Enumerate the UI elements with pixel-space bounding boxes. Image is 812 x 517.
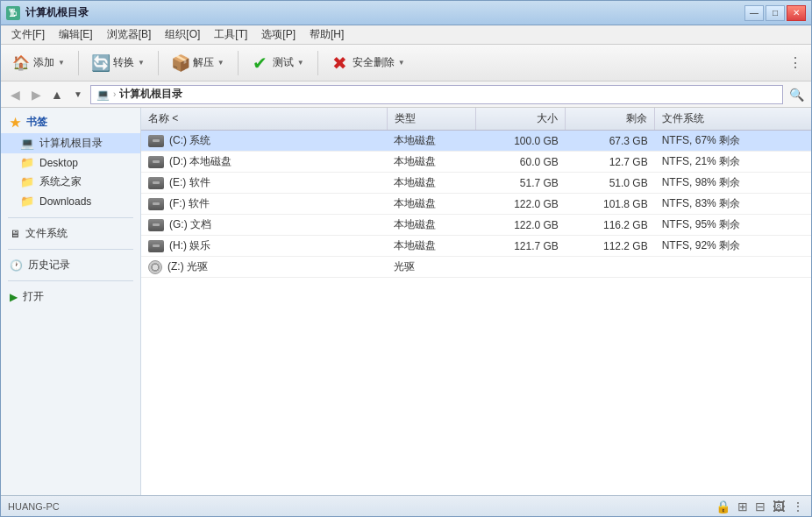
drive-size: 122.0 GB: [476, 215, 566, 236]
xitong-label: 系统之家: [39, 174, 82, 189]
toolbar-more-button[interactable]: ⋮: [783, 51, 808, 74]
sidebar-divider-3: [8, 280, 133, 281]
sidebar-history[interactable]: 🕐 历史记录: [1, 253, 140, 277]
convert-button[interactable]: 🔄 转换 ▼: [84, 48, 153, 78]
add-dropdown-arrow: ▼: [58, 59, 65, 67]
col-type[interactable]: 类型: [387, 108, 476, 131]
menu-file[interactable]: 文件[F]: [4, 25, 52, 44]
bookmarks-label: 书签: [26, 115, 47, 130]
test-icon: ✔: [252, 54, 269, 72]
forward-button[interactable]: ▶: [27, 86, 45, 103]
computer-icon: 💻: [20, 137, 34, 150]
image-icon[interactable]: 🖼: [773, 499, 785, 513]
table-row[interactable]: (G:) 文档本地磁盘122.0 GB116.2 GBNTFS, 95% 剩余: [141, 215, 811, 236]
menu-help[interactable]: 帮助[H]: [303, 25, 351, 44]
sidebar-item-desktop[interactable]: 📁 Desktop: [1, 153, 140, 172]
drive-label: (H:) 娱乐: [169, 238, 210, 253]
drive-type: 本地磁盘: [387, 194, 476, 215]
main-window: 🗜 计算机根目录 — □ ✕ 文件[F] 编辑[E] 浏览器[B] 组织[O] …: [0, 0, 812, 517]
star-icon: ★: [10, 116, 21, 130]
sidebar-divider-1: [8, 217, 133, 218]
window-title: 计算机根目录: [25, 5, 744, 20]
xitong-folder-icon: 📁: [20, 175, 34, 188]
extract-button[interactable]: 📦 解压 ▼: [164, 48, 232, 78]
toolbar-sep-3: [238, 51, 239, 75]
drive-free: [566, 257, 655, 278]
search-button[interactable]: 🔍: [787, 85, 806, 104]
drive-label: (Z:) 光驱: [167, 259, 208, 274]
menu-options[interactable]: 选项[P]: [254, 25, 303, 44]
sidebar-divider-2: [8, 249, 133, 250]
convert-label: 转换: [113, 55, 134, 70]
drive-label: (E:) 软件: [169, 175, 210, 190]
hdd-icon: [148, 219, 164, 231]
bookmarks-section: ★ 书签 💻 计算机根目录 📁 Desktop 📁 系统之家 📁 D: [1, 111, 140, 210]
drive-size: 51.7 GB: [476, 173, 566, 194]
drive-name-cell: (C:) 系统: [141, 131, 387, 152]
delete-icon: ✖: [331, 54, 349, 72]
test-button[interactable]: ✔ 测试 ▼: [244, 48, 312, 78]
col-name[interactable]: 名称 <: [141, 108, 387, 131]
breadcrumb-separator: ›: [113, 89, 116, 99]
drive-size: [476, 257, 566, 278]
dropdown-nav-button[interactable]: ▼: [69, 86, 87, 103]
hdd-icon: [148, 135, 164, 147]
table-row[interactable]: (C:) 系统本地磁盘100.0 GB67.3 GBNTFS, 67% 剩余: [141, 131, 811, 152]
drive-filesystem: NTFS, 67% 剩余: [655, 131, 811, 152]
test-dropdown-arrow: ▼: [297, 59, 304, 67]
sidebar-open[interactable]: ▶ 打开: [1, 285, 140, 308]
sidebar-item-xitong[interactable]: 📁 系统之家: [1, 172, 140, 192]
table-row[interactable]: (E:) 软件本地磁盘51.7 GB51.0 GBNTFS, 98% 剩余: [141, 173, 811, 194]
col-size[interactable]: 大小: [476, 108, 566, 131]
hdd-icon: [148, 240, 164, 252]
drive-size: 60.0 GB: [476, 152, 566, 173]
menu-browser[interactable]: 浏览器[B]: [100, 25, 159, 44]
grid-icon[interactable]: ⊞: [737, 499, 748, 513]
menu-bar: 文件[F] 编辑[E] 浏览器[B] 组织[O] 工具[T] 选项[P] 帮助[…: [1, 25, 811, 45]
computer-icon: 💻: [96, 89, 110, 101]
convert-dropdown-arrow: ▼: [138, 59, 145, 67]
table-row[interactable]: (Z:) 光驱光驱: [141, 257, 811, 278]
filesystem-icon: 🖥: [10, 228, 20, 240]
drive-free: 67.3 GB: [566, 131, 655, 152]
table-row[interactable]: (D:) 本地磁盘本地磁盘60.0 GB12.7 GBNTFS, 21% 剩余: [141, 152, 811, 173]
table-row[interactable]: (F:) 软件本地磁盘122.0 GB101.8 GBNTFS, 83% 剩余: [141, 194, 811, 215]
sidebar-item-downloads[interactable]: 📁 Downloads: [1, 192, 140, 210]
col-free[interactable]: 剩余: [566, 108, 655, 131]
open-icon: ▶: [10, 291, 18, 303]
status-text: HUANG-PC: [8, 501, 60, 512]
sidebar-item-computer[interactable]: 💻 计算机根目录: [1, 133, 140, 153]
toolbar-sep-2: [158, 51, 159, 75]
window-icon: 🗜: [6, 6, 20, 20]
test-label: 测试: [273, 55, 294, 70]
up-button[interactable]: ▲: [48, 86, 66, 103]
drive-type: 本地磁盘: [387, 173, 476, 194]
title-bar: 🗜 计算机根目录 — □ ✕: [1, 1, 811, 25]
maximize-button[interactable]: □: [766, 5, 785, 21]
bookmarks-header[interactable]: ★ 书签: [1, 111, 140, 133]
add-button[interactable]: 🏠 添加 ▼: [4, 48, 73, 78]
address-bar: ◀ ▶ ▲ ▼ 💻 › 计算机根目录 🔍: [1, 81, 811, 108]
col-fs[interactable]: 文件系统: [655, 108, 811, 131]
drive-name-cell: (Z:) 光驱: [141, 257, 387, 278]
menu-edit[interactable]: 编辑[E]: [52, 25, 100, 44]
menu-tools[interactable]: 工具[T]: [207, 25, 254, 44]
breadcrumb-computer[interactable]: 💻: [96, 89, 110, 101]
close-button[interactable]: ✕: [787, 5, 806, 21]
back-button[interactable]: ◀: [6, 86, 24, 103]
drive-name-cell: (D:) 本地磁盘: [141, 152, 387, 173]
file-table: 名称 < 类型 大小 剩余 文件系统 (C:) 系统本地磁盘100.0 GB67…: [141, 108, 811, 278]
list-icon[interactable]: ⊟: [755, 499, 766, 513]
more-icon[interactable]: ⋮: [792, 499, 804, 513]
table-row[interactable]: (H:) 娱乐本地磁盘121.7 GB112.2 GBNTFS, 92% 剩余: [141, 236, 811, 257]
drive-filesystem: NTFS, 21% 剩余: [655, 152, 811, 173]
sidebar-filesystem[interactable]: 🖥 文件系统: [1, 222, 140, 245]
minimize-button[interactable]: —: [744, 5, 764, 21]
drive-free: 51.0 GB: [566, 173, 655, 194]
menu-organize[interactable]: 组织[O]: [158, 25, 207, 44]
delete-button[interactable]: ✖ 安全删除 ▼: [324, 48, 413, 78]
sidebar: ★ 书签 💻 计算机根目录 📁 Desktop 📁 系统之家 📁 D: [1, 108, 141, 495]
toolbar-sep-1: [78, 51, 79, 75]
lock-icon[interactable]: 🔒: [716, 499, 730, 513]
drive-size: 122.0 GB: [476, 194, 566, 215]
